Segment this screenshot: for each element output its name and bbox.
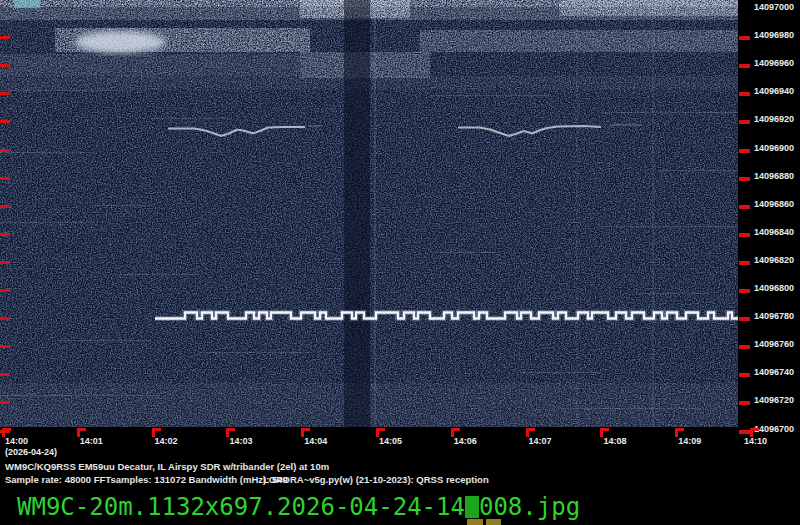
noise-streak bbox=[120, 274, 200, 275]
freq-tick-right bbox=[739, 317, 750, 321]
freq-tick-left bbox=[0, 261, 10, 264]
freq-tick-left bbox=[0, 345, 10, 348]
time-tick bbox=[77, 428, 86, 431]
freq-tick-left bbox=[0, 177, 10, 180]
time-axis-label: 14:04 bbox=[304, 436, 327, 446]
freq-tick-right bbox=[739, 36, 750, 40]
freq-axis-label: 14096920 bbox=[754, 114, 800, 124]
sample-settings-text: Sample rate: 48000 FFTsamples: 131072 Ba… bbox=[5, 474, 288, 485]
noise-streak bbox=[0, 152, 90, 153]
time-tick bbox=[526, 428, 535, 431]
freq-axis-label: 14096780 bbox=[754, 311, 800, 321]
freq-tick-left bbox=[0, 233, 10, 236]
freq-tick-left bbox=[0, 64, 10, 67]
freq-axis-label: 14096880 bbox=[754, 171, 800, 181]
freq-tick-right bbox=[739, 177, 750, 181]
freq-tick-right bbox=[739, 345, 750, 349]
freq-axis-label: 14096740 bbox=[754, 367, 800, 377]
time-axis-label: 14:00 bbox=[5, 436, 28, 446]
noise-streak bbox=[520, 372, 600, 373]
time-tick bbox=[376, 428, 385, 431]
time-axis-label: 14:08 bbox=[603, 436, 626, 446]
noise-streak bbox=[0, 222, 95, 223]
software-version-text: LOPORA~v5g.py(w) (21-10-2023): QRSS rece… bbox=[263, 474, 489, 485]
freq-axis-label: 14096820 bbox=[754, 255, 800, 265]
time-tick bbox=[600, 428, 609, 431]
freq-tick-left bbox=[0, 317, 10, 320]
time-axis-label: 14:06 bbox=[454, 436, 477, 446]
noise-streak bbox=[430, 252, 500, 253]
time-axis-label: 14:03 bbox=[229, 436, 252, 446]
time-axis-label: 14:09 bbox=[678, 436, 701, 446]
freq-axis-label: 14096960 bbox=[754, 58, 800, 68]
noise-streak bbox=[640, 293, 710, 294]
freq-tick-left bbox=[0, 92, 10, 95]
freq-tick-left bbox=[0, 120, 10, 123]
freq-tick-left bbox=[0, 401, 10, 404]
time-tick bbox=[451, 428, 460, 431]
freq-axis-label: 14096760 bbox=[754, 339, 800, 349]
freq-axis-label: 14096800 bbox=[754, 283, 800, 293]
freq-tick-left bbox=[0, 373, 10, 376]
freq-tick-right bbox=[739, 233, 750, 237]
time-axis-label: 14:05 bbox=[379, 436, 402, 446]
noise-streak bbox=[150, 118, 230, 119]
terminal-filename-line: WM9C-20m.1132x697.2026-04-24-14008.jpg bbox=[17, 495, 580, 519]
time-tick bbox=[301, 428, 310, 431]
time-axis-label: 14:10 bbox=[744, 436, 767, 446]
freq-axis-label: 14097000 bbox=[754, 2, 800, 12]
terminal-cursor[interactable] bbox=[465, 496, 479, 518]
freq-tick-right bbox=[739, 120, 750, 124]
freq-tick-right bbox=[739, 289, 750, 293]
filename-text-pre: WM9C-20m.1132x697.2026-04-24-14 bbox=[17, 493, 465, 521]
time-tick bbox=[152, 428, 161, 431]
time-tick bbox=[2, 428, 11, 431]
freq-tick-right bbox=[739, 205, 750, 209]
time-axis-label: 14:01 bbox=[80, 436, 103, 446]
time-tick bbox=[226, 428, 235, 431]
freq-axis-label: 14096900 bbox=[754, 143, 800, 153]
noise-streak bbox=[200, 352, 310, 353]
time-axis-label: 14:07 bbox=[529, 436, 552, 446]
noise-streak bbox=[0, 90, 130, 91]
noise-streak bbox=[90, 205, 150, 206]
noise-streak bbox=[660, 170, 738, 171]
time-tick bbox=[675, 428, 684, 431]
qrss-grabber-screenshot: 1409700014096980140969601409694014096920… bbox=[0, 0, 800, 525]
date-label: (2026-04-24) bbox=[5, 447, 57, 457]
freq-tick-left bbox=[0, 149, 10, 152]
freq-axis-label: 14096980 bbox=[754, 30, 800, 40]
freq-tick-right bbox=[739, 401, 750, 405]
freq-tick-right bbox=[739, 149, 750, 153]
spectrogram bbox=[0, 0, 738, 427]
freq-tick-right bbox=[739, 430, 750, 434]
noise-streak bbox=[60, 340, 150, 341]
freq-axis-label: 14096720 bbox=[754, 395, 800, 405]
olive-marker bbox=[486, 519, 501, 525]
freq-tick-left bbox=[0, 289, 10, 292]
station-info-line: WM9C/KQ9RSS EM59uu Decatur, IL Airspy SD… bbox=[5, 461, 329, 472]
freq-tick-left bbox=[0, 36, 10, 39]
noise-streak bbox=[0, 395, 160, 396]
freq-axis-label: 14096700 bbox=[754, 424, 800, 434]
freq-axis-label: 14096860 bbox=[754, 199, 800, 209]
noise-streak bbox=[430, 95, 550, 96]
noise-streak bbox=[600, 226, 738, 227]
freq-tick-right bbox=[739, 261, 750, 265]
filename-text-post: 008.jpg bbox=[479, 493, 580, 521]
time-tick bbox=[750, 428, 759, 431]
freq-axis-label: 14096940 bbox=[754, 86, 800, 96]
olive-marker bbox=[467, 519, 483, 525]
freq-tick-right bbox=[739, 92, 750, 96]
freq-tick-right bbox=[739, 373, 750, 377]
freq-tick-left bbox=[0, 205, 10, 208]
settings-info-line: Sample rate: 48000 FFTsamples: 131072 Ba… bbox=[5, 474, 738, 485]
freq-axis-label: 14096840 bbox=[754, 227, 800, 237]
freq-tick-right bbox=[739, 64, 750, 68]
noise-streak bbox=[560, 408, 700, 409]
time-axis-label: 14:02 bbox=[155, 436, 178, 446]
noise-streak bbox=[600, 112, 738, 113]
